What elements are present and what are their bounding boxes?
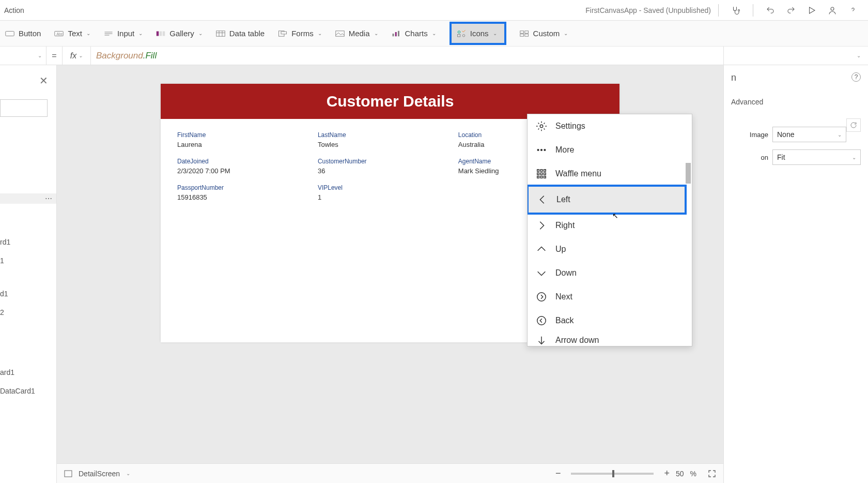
next-icon — [536, 291, 547, 303]
menu-item-up[interactable]: Up — [528, 237, 692, 261]
svg-rect-22 — [457, 34, 460, 37]
close-icon[interactable]: ✕ — [39, 74, 56, 87]
screen-icon — [64, 470, 72, 478]
ribbon-custom[interactable]: Custom⌄ — [520, 29, 568, 38]
svg-point-31 — [541, 149, 542, 151]
svg-rect-2 — [6, 31, 14, 36]
zoom-in-button[interactable]: + — [664, 468, 670, 479]
ribbon-icons[interactable]: Icons⌄ — [450, 22, 506, 45]
menu-scrollbar[interactable] — [686, 114, 691, 346]
property-selector[interactable]: ⌄ — [0, 47, 47, 65]
menu-item-right[interactable]: Right — [528, 214, 692, 237]
svg-text:Abc: Abc — [57, 32, 63, 36]
menu-item-settings[interactable]: Settings — [528, 114, 692, 138]
svg-rect-27 — [524, 34, 528, 36]
more-icon — [536, 144, 547, 156]
zoom-pct: % — [690, 470, 696, 478]
property-panel-selector[interactable]: ⌄ — [723, 47, 868, 65]
ribbon-media[interactable]: Media⌄ — [335, 29, 378, 38]
ribbon-charts[interactable]: Charts⌄ — [392, 29, 436, 38]
ribbon-gallery[interactable]: Gallery⌄ — [156, 29, 203, 38]
menu-item-back[interactable]: Back — [528, 309, 692, 333]
tab-advanced[interactable]: Advanced — [731, 98, 763, 108]
svg-point-1 — [831, 7, 834, 10]
svg-rect-41 — [544, 176, 546, 178]
chevron-up-icon — [536, 244, 547, 255]
field-value: 2/3/2020 7:00 PM — [177, 167, 318, 175]
help-icon[interactable] — [848, 6, 858, 15]
tree-node[interactable]: 1 — [0, 251, 56, 270]
menu-item-arrowdown[interactable]: Arrow down — [528, 333, 692, 346]
undo-icon[interactable] — [766, 6, 775, 15]
play-icon[interactable] — [807, 6, 816, 15]
svg-point-42 — [537, 293, 546, 301]
help-icon[interactable]: ? — [851, 72, 861, 82]
screen-name[interactable]: DetailScreen — [79, 470, 120, 478]
svg-rect-38 — [544, 173, 546, 175]
field-label: FirstName — [177, 131, 318, 139]
fullscreen-icon[interactable] — [708, 470, 716, 478]
redo-icon[interactable] — [786, 6, 796, 15]
media-icon — [335, 29, 345, 38]
menu-item-down[interactable]: Down — [528, 261, 692, 285]
tree-node-selected[interactable]: ⋯ — [0, 193, 56, 204]
ribbon-datatable[interactable]: Data table — [216, 29, 265, 38]
icons-icon — [457, 29, 466, 38]
search-input[interactable] — [0, 99, 48, 117]
ribbon-button[interactable]: Button — [5, 29, 41, 38]
back-icon — [536, 315, 547, 326]
formula-bar: ⌄ = fx⌄ Background.Fill ⌄ — [0, 47, 868, 65]
image-select[interactable]: None⌄ — [772, 127, 846, 142]
image-picker-button[interactable] — [846, 118, 861, 132]
icons-dropdown[interactable]: Settings More Waffle menu Left ↖ Right U… — [527, 114, 692, 346]
more-icon[interactable]: ⋯ — [45, 194, 53, 203]
svg-point-32 — [544, 149, 546, 151]
svg-rect-19 — [395, 32, 396, 36]
properties-panel: n ? Advanced Image None⌄ on Fit⌄ — [723, 65, 868, 483]
panel-title-frag: n — [731, 72, 736, 83]
field-value: Towles — [318, 141, 458, 148]
svg-rect-11 — [216, 31, 225, 36]
tree-panel: ✕ ⋯ rd1 1 d1 2 ard1 DataCard1 — [0, 65, 57, 483]
ribbon-text[interactable]: Abc Text⌄ — [54, 29, 90, 38]
menu-item-more[interactable]: More — [528, 138, 692, 162]
zoom-value: 50 — [676, 470, 684, 478]
svg-point-0 — [738, 9, 740, 11]
menu-item-waffle[interactable]: Waffle menu — [528, 162, 692, 186]
tree-node[interactable]: d1 — [0, 284, 56, 303]
tree-node[interactable]: rd1 — [0, 233, 56, 251]
menu-item-left[interactable]: Left ↖ — [527, 185, 687, 215]
svg-point-21 — [458, 31, 460, 33]
person-icon[interactable] — [828, 6, 837, 15]
svg-point-23 — [462, 34, 465, 37]
tab-action[interactable]: Action — [4, 6, 24, 14]
svg-rect-33 — [537, 170, 539, 172]
text-icon: Abc — [54, 29, 64, 38]
fx-button[interactable]: fx⌄ — [62, 47, 91, 65]
prop-label-image: Image — [731, 131, 768, 139]
prop-label-position: on — [731, 154, 768, 161]
stethoscope-icon[interactable] — [731, 6, 740, 15]
position-select[interactable]: Fit⌄ — [772, 149, 861, 165]
arrow-down-icon — [536, 335, 547, 346]
chevron-left-icon — [537, 194, 548, 205]
zoom-out-button[interactable]: − — [555, 468, 561, 479]
waffle-icon — [536, 168, 547, 179]
table-icon — [216, 29, 225, 38]
ribbon-input[interactable]: Input⌄ — [104, 29, 143, 38]
divider — [718, 4, 719, 17]
tree-node[interactable]: 2 — [0, 303, 56, 322]
form-icon — [278, 29, 287, 38]
divider — [753, 4, 753, 17]
svg-rect-9 — [160, 31, 162, 36]
zoom-slider[interactable] — [571, 473, 654, 475]
svg-rect-8 — [157, 31, 159, 36]
formula-input[interactable]: Background.Fill — [91, 50, 723, 61]
svg-rect-20 — [398, 31, 399, 36]
tree-node[interactable]: DataCard1 — [0, 382, 56, 400]
field-label: PassportNumber — [177, 184, 318, 191]
ribbon-forms[interactable]: Forms⌄ — [278, 29, 322, 38]
svg-rect-37 — [540, 173, 542, 175]
tree-node[interactable]: ard1 — [0, 363, 56, 382]
menu-item-next[interactable]: Next — [528, 285, 692, 309]
